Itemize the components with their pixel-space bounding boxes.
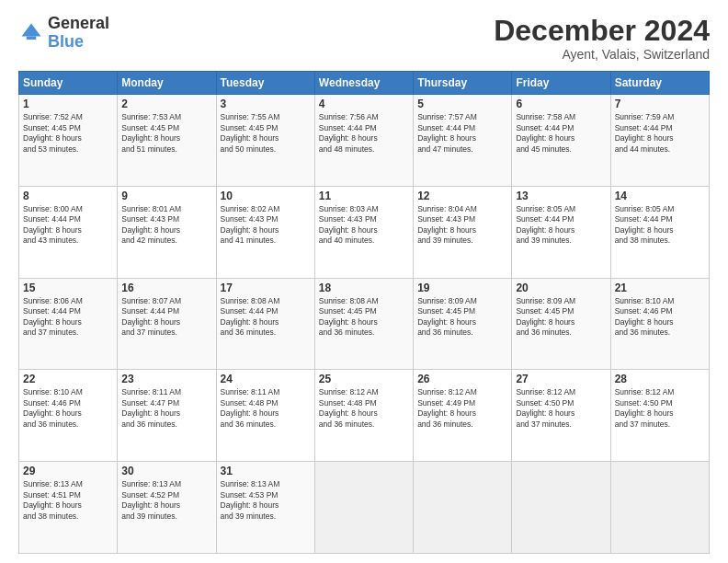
calendar-cell: 24Sunrise: 8:11 AMSunset: 4:48 PMDayligh…: [216, 370, 314, 462]
day-info: Sunrise: 8:10 AMSunset: 4:46 PMDaylight:…: [23, 387, 113, 430]
day-number: 12: [417, 190, 507, 202]
day-info: Sunrise: 7:55 AMSunset: 4:45 PMDaylight:…: [221, 112, 311, 155]
day-header-sunday: Sunday: [19, 72, 118, 95]
day-info: Sunrise: 8:09 AMSunset: 4:45 PMDaylight:…: [417, 296, 507, 339]
day-number: 5: [417, 98, 507, 110]
logo-icon: [18, 20, 44, 46]
day-number: 31: [221, 465, 311, 477]
day-header-thursday: Thursday: [414, 72, 512, 95]
day-info: Sunrise: 8:05 AMSunset: 4:44 PMDaylight:…: [516, 204, 606, 247]
day-info: Sunrise: 8:12 AMSunset: 4:50 PMDaylight:…: [615, 387, 705, 430]
calendar-cell: [512, 462, 610, 554]
calendar-cell: 11Sunrise: 8:03 AMSunset: 4:43 PMDayligh…: [314, 186, 413, 278]
day-number: 29: [23, 465, 113, 477]
calendar-cell: 17Sunrise: 8:08 AMSunset: 4:44 PMDayligh…: [216, 278, 314, 370]
day-header-tuesday: Tuesday: [216, 72, 314, 95]
day-number: 22: [23, 373, 113, 385]
calendar-cell: 23Sunrise: 8:11 AMSunset: 4:47 PMDayligh…: [118, 370, 216, 462]
day-number: 15: [23, 282, 113, 294]
day-info: Sunrise: 8:07 AMSunset: 4:44 PMDaylight:…: [121, 296, 211, 339]
day-info: Sunrise: 8:06 AMSunset: 4:44 PMDaylight:…: [23, 296, 113, 339]
calendar-cell: 2Sunrise: 7:53 AMSunset: 4:45 PMDaylight…: [118, 95, 216, 187]
day-info: Sunrise: 8:13 AMSunset: 4:52 PMDaylight:…: [121, 479, 211, 522]
day-info: Sunrise: 8:12 AMSunset: 4:49 PMDaylight:…: [417, 387, 507, 430]
day-info: Sunrise: 7:57 AMSunset: 4:44 PMDaylight:…: [417, 112, 507, 155]
calendar-cell: 28Sunrise: 8:12 AMSunset: 4:50 PMDayligh…: [610, 370, 709, 462]
calendar-cell: 22Sunrise: 8:10 AMSunset: 4:46 PMDayligh…: [19, 370, 118, 462]
calendar-cell: 4Sunrise: 7:56 AMSunset: 4:44 PMDaylight…: [314, 95, 413, 187]
header: GeneralBlue December 2024 Ayent, Valais,…: [18, 15, 710, 62]
calendar-cell: 10Sunrise: 8:02 AMSunset: 4:43 PMDayligh…: [216, 186, 314, 278]
day-number: 10: [221, 190, 311, 202]
calendar-cell: [314, 462, 413, 554]
calendar-cell: 29Sunrise: 8:13 AMSunset: 4:51 PMDayligh…: [19, 462, 118, 554]
day-info: Sunrise: 8:02 AMSunset: 4:43 PMDaylight:…: [221, 204, 311, 247]
day-info: Sunrise: 7:53 AMSunset: 4:45 PMDaylight:…: [121, 112, 211, 155]
day-number: 13: [516, 190, 606, 202]
day-number: 21: [615, 282, 705, 294]
calendar-cell: [414, 462, 512, 554]
day-number: 6: [516, 98, 606, 110]
calendar-cell: 19Sunrise: 8:09 AMSunset: 4:45 PMDayligh…: [414, 278, 512, 370]
day-number: 25: [319, 373, 409, 385]
svg-marker-0: [22, 23, 41, 36]
calendar-cell: 31Sunrise: 8:13 AMSunset: 4:53 PMDayligh…: [216, 462, 314, 554]
day-info: Sunrise: 8:12 AMSunset: 4:48 PMDaylight:…: [319, 387, 409, 430]
day-info: Sunrise: 8:01 AMSunset: 4:43 PMDaylight:…: [121, 204, 211, 247]
calendar-cell: 8Sunrise: 8:00 AMSunset: 4:44 PMDaylight…: [19, 186, 118, 278]
day-info: Sunrise: 8:03 AMSunset: 4:43 PMDaylight:…: [319, 204, 409, 247]
day-info: Sunrise: 8:05 AMSunset: 4:44 PMDaylight:…: [615, 204, 705, 247]
day-number: 11: [319, 190, 409, 202]
calendar-cell: 25Sunrise: 8:12 AMSunset: 4:48 PMDayligh…: [314, 370, 413, 462]
calendar-cell: 21Sunrise: 8:10 AMSunset: 4:46 PMDayligh…: [610, 278, 709, 370]
day-number: 26: [417, 373, 507, 385]
day-number: 16: [121, 282, 211, 294]
day-number: 24: [221, 373, 311, 385]
day-header-monday: Monday: [118, 72, 216, 95]
day-info: Sunrise: 8:08 AMSunset: 4:45 PMDaylight:…: [319, 296, 409, 339]
calendar-week-row: 22Sunrise: 8:10 AMSunset: 4:46 PMDayligh…: [19, 370, 710, 462]
calendar-cell: 27Sunrise: 8:12 AMSunset: 4:50 PMDayligh…: [512, 370, 610, 462]
day-number: 8: [23, 190, 113, 202]
day-number: 30: [121, 465, 211, 477]
calendar-week-row: 8Sunrise: 8:00 AMSunset: 4:44 PMDaylight…: [19, 186, 710, 278]
day-number: 23: [121, 373, 211, 385]
day-header-saturday: Saturday: [610, 72, 709, 95]
location: Ayent, Valais, Switzerland: [494, 47, 710, 62]
calendar-cell: 14Sunrise: 8:05 AMSunset: 4:44 PMDayligh…: [610, 186, 709, 278]
calendar-cell: [610, 462, 709, 554]
day-info: Sunrise: 8:11 AMSunset: 4:47 PMDaylight:…: [121, 387, 211, 430]
day-header-friday: Friday: [512, 72, 610, 95]
month-title: December 2024: [494, 15, 710, 47]
calendar-cell: 30Sunrise: 8:13 AMSunset: 4:52 PMDayligh…: [118, 462, 216, 554]
calendar-week-row: 1Sunrise: 7:52 AMSunset: 4:45 PMDaylight…: [19, 95, 710, 187]
page: GeneralBlue December 2024 Ayent, Valais,…: [0, 0, 728, 563]
day-number: 14: [615, 190, 705, 202]
day-number: 27: [516, 373, 606, 385]
day-number: 19: [417, 282, 507, 294]
day-info: Sunrise: 8:12 AMSunset: 4:50 PMDaylight:…: [516, 387, 606, 430]
day-number: 4: [319, 98, 409, 110]
day-number: 9: [121, 190, 211, 202]
day-info: Sunrise: 7:58 AMSunset: 4:44 PMDaylight:…: [516, 112, 606, 155]
calendar-week-row: 29Sunrise: 8:13 AMSunset: 4:51 PMDayligh…: [19, 462, 710, 554]
calendar-cell: 5Sunrise: 7:57 AMSunset: 4:44 PMDaylight…: [414, 95, 512, 187]
day-info: Sunrise: 7:52 AMSunset: 4:45 PMDaylight:…: [23, 112, 113, 155]
calendar-table: SundayMondayTuesdayWednesdayThursdayFrid…: [18, 71, 710, 554]
calendar-cell: 1Sunrise: 7:52 AMSunset: 4:45 PMDaylight…: [19, 95, 118, 187]
day-number: 18: [319, 282, 409, 294]
title-block: December 2024 Ayent, Valais, Switzerland: [494, 15, 710, 62]
day-info: Sunrise: 8:11 AMSunset: 4:48 PMDaylight:…: [221, 387, 311, 430]
calendar-cell: 6Sunrise: 7:58 AMSunset: 4:44 PMDaylight…: [512, 95, 610, 187]
calendar-cell: 16Sunrise: 8:07 AMSunset: 4:44 PMDayligh…: [118, 278, 216, 370]
logo: GeneralBlue: [18, 15, 109, 52]
day-info: Sunrise: 8:10 AMSunset: 4:46 PMDaylight:…: [615, 296, 705, 339]
logo-text: GeneralBlue: [48, 15, 109, 52]
day-info: Sunrise: 8:09 AMSunset: 4:45 PMDaylight:…: [516, 296, 606, 339]
calendar-cell: 20Sunrise: 8:09 AMSunset: 4:45 PMDayligh…: [512, 278, 610, 370]
calendar-cell: 3Sunrise: 7:55 AMSunset: 4:45 PMDaylight…: [216, 95, 314, 187]
calendar-cell: 13Sunrise: 8:05 AMSunset: 4:44 PMDayligh…: [512, 186, 610, 278]
day-info: Sunrise: 8:04 AMSunset: 4:43 PMDaylight:…: [417, 204, 507, 247]
day-info: Sunrise: 8:00 AMSunset: 4:44 PMDaylight:…: [23, 204, 113, 247]
day-header-wednesday: Wednesday: [314, 72, 413, 95]
